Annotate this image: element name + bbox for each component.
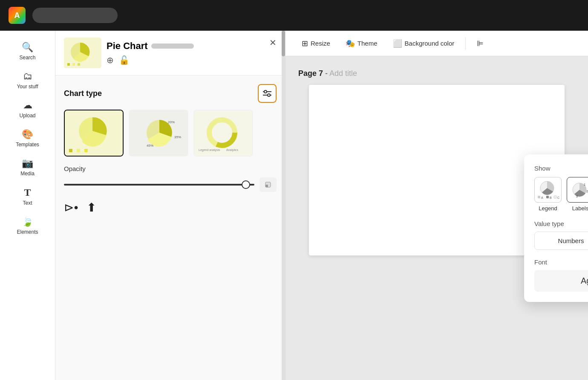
chart-type-1-svg [65,110,124,157]
labels-label: Labels [572,205,588,212]
sidebar: 🔍 Search 🗂 Your stuff ☁ Upload 🎨 Templat… [0,31,55,380]
svg-text:35%: 35% [174,135,181,139]
align-button[interactable]: ⊫ [471,36,490,51]
chart-type-pie-labeled[interactable]: 20% 35% 45% [129,110,188,157]
sidebar-item-upload-label: Upload [19,113,35,119]
sidebar-item-your-stuff-label: Your stuff [17,84,38,90]
topbar-search-bar[interactable] [32,8,118,23]
show-option-legend[interactable]: A B C Legend [534,177,562,212]
duplicate-icon[interactable]: ⊕ [107,55,114,65]
panel-scroll-track[interactable] [282,31,285,380]
svg-rect-3 [72,63,75,66]
sidebar-item-your-stuff[interactable]: 🗂 Your stuff [6,67,49,94]
sidebar-item-templates[interactable]: 🎨 Templates [6,125,49,152]
bottom-icons-row: ⊳⦁ ⬆ [55,200,285,223]
opacity-slider[interactable] [64,184,254,186]
font-settings-button[interactable]: Ag Font settings [534,270,588,292]
sidebar-item-upload[interactable]: ☁ Upload [6,96,49,123]
transform-icon[interactable]: ⬆ [86,200,96,215]
panel-icons: ⊕ 🔓 [107,55,264,65]
svg-text:B: B [550,196,552,199]
opacity-value[interactable] [259,177,277,192]
svg-text:3: 3 [576,195,578,198]
panel-title-text: Pie Chart [107,41,148,52]
sidebar-item-media-label: Media [20,171,35,177]
sidebar-item-elements-label: Elements [17,229,38,235]
panel-title-area: Pie Chart ⊕ 🔓 [107,41,264,65]
resize-icon: ⊞ [302,39,308,48]
popup-panel: Show A B C [524,154,588,302]
svg-rect-28 [538,196,540,198]
filter-icon [263,90,271,97]
background-color-button[interactable]: ⬜ Background color [387,36,461,51]
chart-type-pie-full[interactable] [64,110,124,157]
templates-icon: 🎨 [22,129,33,140]
canvas-wrapper: ⊞ Resize 🎭 Theme ⬜ Background color ⊫ Pa… [285,31,588,380]
font-ag-icon: Ag [581,276,588,286]
lock-icon[interactable]: 🔓 [119,55,130,65]
svg-rect-4 [78,63,80,66]
panel-title: Pie Chart [107,41,264,52]
panel-header: Pie Chart ⊕ 🔓 ✕ [55,31,285,75]
theme-icon: 🎭 [346,39,355,48]
svg-text:20%: 20% [168,120,175,124]
legend-thumb-svg: A B C [536,179,560,201]
page-number: Page 7 [298,69,323,78]
filter-button[interactable] [258,84,277,103]
app-logo[interactable]: A [9,7,26,24]
elements-icon: 🍃 [22,216,33,227]
svg-text:2: 2 [586,190,588,193]
folder-icon: 🗂 [23,71,32,82]
sidebar-item-media[interactable]: 📷 Media [6,154,49,181]
search-icon: 🔍 [22,42,33,53]
sidebar-item-search[interactable]: 🔍 Search [6,38,49,65]
bg-color-icon: ⬜ [393,39,402,48]
main-layout: 🔍 Search 🗂 Your stuff ☁ Upload 🎨 Templat… [0,31,588,380]
svg-text:45%: 45% [147,144,153,148]
panel-title-bar [151,44,194,49]
legend-label: Legend [539,205,557,212]
chart-type-donut[interactable]: Legend analysis Analytics [193,110,253,157]
slider-thumb[interactable] [242,180,250,189]
svg-point-6 [264,90,267,93]
resize-label: Resize [311,40,330,47]
opacity-row [64,177,277,192]
page-title-placeholder[interactable]: Add title [329,69,357,78]
resize-button[interactable]: ⊞ Resize [296,36,336,51]
svg-text:Analytics: Analytics [226,148,239,152]
page-title-separator: - [325,69,329,78]
show-option-labels[interactable]: 1 2 3 Labels [567,177,588,212]
font-section: Font Ag Font settings [534,258,588,292]
svg-rect-30 [546,196,549,198]
labels-thumb: 1 2 3 [567,177,588,203]
svg-point-8 [268,94,270,96]
svg-text:C: C [557,196,559,199]
close-button[interactable]: ✕ [269,38,277,48]
page-title: Page 7 - Add title [298,69,357,78]
font-label: Font [534,258,588,266]
align-icon: ⊫ [477,39,484,48]
value-type-buttons: Numbers Percentage [534,232,588,250]
svg-rect-13 [84,149,88,152]
panel-scroll-thumb[interactable] [282,31,285,56]
text-icon: T [24,187,31,198]
opacity-section: Opacity [55,165,285,200]
panel: Pie Chart ⊕ 🔓 ✕ Chart type [55,31,285,380]
chart-type-2-svg: 20% 35% 45% [130,110,188,157]
flip-icon[interactable]: ⊳⦁ [64,200,78,215]
opacity-value-icon [265,181,271,188]
sidebar-item-elements[interactable]: 🍃 Elements [6,212,49,239]
section-header: Chart type [64,84,277,103]
topbar: A [0,0,588,31]
pie-chart-thumbnail-svg [64,38,101,68]
theme-button[interactable]: 🎭 Theme [340,36,383,51]
upload-icon: ☁ [23,100,32,111]
chart-type-3-svg: Legend analysis Analytics [194,110,253,157]
numbers-button[interactable]: Numbers [535,232,588,249]
sidebar-item-text[interactable]: T Text [6,183,49,210]
labels-thumb-svg: 1 2 3 [568,179,588,201]
toolbar: ⊞ Resize 🎭 Theme ⬜ Background color ⊫ [285,31,588,56]
sidebar-item-search-label: Search [19,55,35,61]
svg-rect-12 [77,149,80,152]
value-type-section: Value type Numbers Percentage [534,220,588,250]
